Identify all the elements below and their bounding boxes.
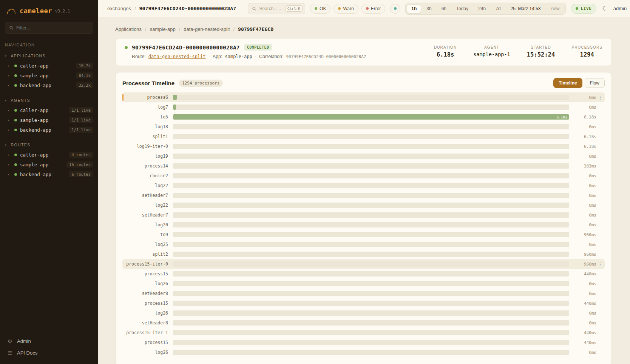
range-button-7d[interactable]: 7d [491, 4, 505, 13]
timeline-row[interactable]: log19-iter-06.18s [122, 141, 605, 151]
sidebar-item-backend-app[interactable]: ▸backend-app32.2k [0, 80, 98, 90]
stat-value: 6.18s [434, 51, 457, 58]
processor-name: split1 [125, 134, 173, 139]
timeline-row[interactable]: to9960ms [122, 230, 605, 240]
range-button-6h[interactable]: 6h [437, 4, 451, 13]
filter-chip-error[interactable]: Error [361, 4, 386, 14]
stream-status-chip[interactable] [390, 4, 400, 14]
timeline-row[interactable]: log190ms [122, 151, 605, 161]
duration-bar [173, 104, 176, 110]
filter-chip-ok[interactable]: OK [310, 4, 330, 14]
search-box[interactable]: Search... ... Ctrl+K [248, 3, 305, 14]
timeline-row[interactable]: process15440ms [122, 269, 605, 279]
chip-label: Error [371, 6, 381, 11]
app-name: cameleer [20, 7, 52, 15]
timeline-row[interactable]: log260ms [122, 347, 605, 357]
timeline-row[interactable]: process60ms⋮ [122, 92, 605, 102]
chip-label: OK [320, 6, 326, 11]
breadcrumb-link[interactable]: sample-app [150, 26, 176, 32]
route-link[interactable]: data-gen-nested-split [148, 54, 206, 59]
breadcrumb-section[interactable]: exchanges [107, 6, 131, 11]
timeline-rows: process60ms⋮log70msto56.18s6.18slog180ms… [122, 92, 605, 357]
timeline-row[interactable]: log220ms [122, 200, 605, 210]
timeline-track [173, 232, 569, 237]
exchange-title-row: 90799F47E6CD24D-00000000000028A7 COMPLET… [125, 44, 366, 51]
timeline-row[interactable]: setHeader80ms [122, 289, 605, 298]
timeline-row[interactable]: setHeader70ms [122, 210, 605, 220]
row-duration: 6.18s [569, 144, 596, 149]
timeline-row[interactable]: setHeader80ms [122, 318, 605, 328]
live-badge[interactable]: LIVE [571, 4, 597, 14]
range-button-3h[interactable]: 3h [422, 4, 436, 13]
app-version: v3.2.1 [55, 9, 70, 14]
date-range[interactable]: 25. März 14:53 — now [505, 6, 564, 11]
breadcrumb-current[interactable]: 90799F47E6CD [238, 26, 273, 32]
processor-name: process15 [125, 340, 173, 345]
sidebar-filter-box[interactable] [5, 22, 93, 34]
timeline-row[interactable]: log250ms [122, 240, 605, 249]
sidebar-item-caller-app[interactable]: ▸caller-app4 routes [0, 150, 98, 160]
filter-input[interactable] [16, 25, 89, 31]
processor-name: process14 [125, 163, 173, 169]
timeline-row[interactable]: setHeader70ms [122, 190, 605, 200]
timeline-row[interactable]: process14383ms [122, 161, 605, 171]
timeline-row[interactable]: choice20ms [122, 171, 605, 181]
section-header[interactable]: ▾ROUTES [0, 141, 98, 150]
kebab-menu-icon[interactable]: ⋮ [596, 95, 604, 100]
sidebar-item-backend-app[interactable]: ▸backend-app1/1 live [0, 125, 98, 135]
footer-item-api-docs[interactable]: ☰API Docs [3, 347, 95, 359]
sidebar-footer: ⚙Admin☰API Docs [0, 332, 98, 359]
footer-item-admin[interactable]: ⚙Admin [3, 335, 95, 347]
processor-name: setHeader8 [125, 320, 173, 326]
kebab-menu-icon[interactable]: ⋮ [596, 261, 604, 267]
timeline-row[interactable]: log260ms [122, 308, 605, 318]
chevron-down-icon: ▾ [5, 99, 7, 102]
timeline-row[interactable]: split16.18s [122, 132, 605, 141]
view-button-flow[interactable]: Flow [585, 78, 605, 88]
sidebar-item-caller-app[interactable]: ▸caller-app1/1 live [0, 105, 98, 115]
sidebar-item-sample-app[interactable]: ▸sample-app1/1 live [0, 115, 98, 125]
range-button-24h[interactable]: 24h [474, 4, 490, 13]
app-logo[interactable]: cameleer v3.2.1 [0, 5, 98, 22]
chip-label: Warn [343, 6, 354, 11]
timeline-track [173, 173, 569, 178]
sidebar-item-backend-app[interactable]: ▸backend-app6 routes [0, 169, 98, 179]
section-header[interactable]: ▾APPLICATIONS [0, 52, 98, 61]
processor-name: log26 [125, 350, 173, 355]
sidebar-item-sample-app[interactable]: ▸sample-app84.1k [0, 71, 98, 80]
view-button-timeline[interactable]: Timeline [553, 78, 582, 88]
footer-label: API Docs [17, 350, 37, 356]
timeline-row[interactable]: process15-iter-0960ms⋮ [122, 259, 605, 269]
range-button-1h[interactable]: 1h [407, 4, 421, 13]
exchange-stats: DURATION6.18sAGENTsample-app-1STARTED15:… [434, 44, 602, 58]
sidebar-item-sample-app[interactable]: ▸sample-app16 routes [0, 160, 98, 169]
breadcrumb-link[interactable]: Applications [115, 26, 142, 32]
row-duration: 440ms [569, 272, 596, 276]
row-duration: 0ms [569, 203, 596, 208]
timeline-row[interactable]: split2960ms [122, 249, 605, 259]
timeline-row[interactable]: log70ms [122, 102, 605, 112]
timeline-row[interactable]: log220ms [122, 181, 605, 190]
timeline-row[interactable]: to56.18s6.18s [122, 112, 605, 122]
time-range-buttons: 1h3h6hToday24h7d [407, 4, 505, 13]
section-header[interactable]: ▾AGENTS [0, 96, 98, 105]
sidebar-section-applications: ▾APPLICATIONS▸caller-app10.7k▸sample-app… [0, 52, 98, 90]
range-button-today[interactable]: Today [452, 4, 473, 13]
sidebar-item-caller-app[interactable]: ▸caller-app10.7k [0, 61, 98, 71]
processor-name: log25 [125, 242, 173, 247]
timeline-row[interactable]: log260ms [122, 279, 605, 289]
user-name[interactable]: admin [613, 6, 627, 11]
processor-name: setHeader7 [125, 212, 173, 218]
filter-chip-warn[interactable]: Warn [334, 4, 358, 14]
timeline-row[interactable]: process15-iter-1440ms [122, 328, 605, 338]
timeline-row[interactable]: process15440ms [122, 298, 605, 308]
timeline-row[interactable]: process15440ms [122, 338, 605, 347]
date-label: 25. März 14:53 [510, 6, 540, 11]
processor-name: process15-iter-1 [125, 330, 173, 335]
row-duration: 6.18s [569, 115, 596, 120]
breadcrumb-link[interactable]: data-gen-nested-split [184, 26, 230, 32]
dark-mode-toggle-icon[interactable]: ☾ [601, 5, 608, 12]
processor-name: process15-iter-0 [125, 261, 173, 267]
timeline-row[interactable]: log200ms [122, 220, 605, 230]
timeline-row[interactable]: log180ms [122, 122, 605, 132]
